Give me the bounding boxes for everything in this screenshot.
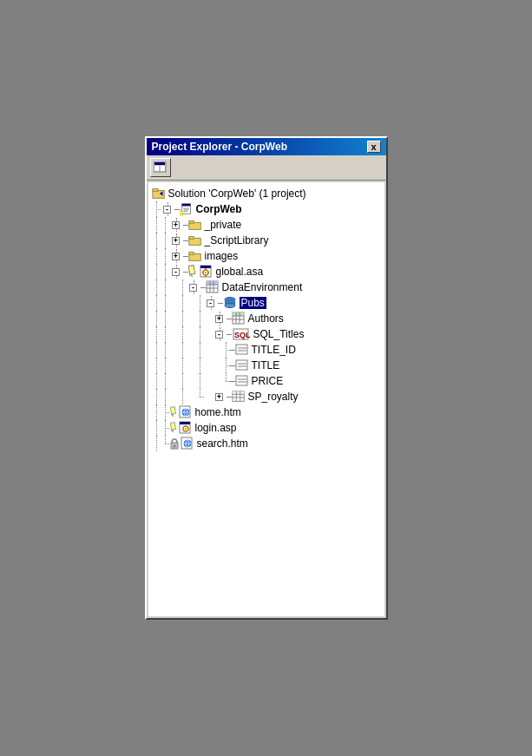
svg-rect-57 [232, 391, 243, 395]
exp-box-authors[interactable]: + [215, 315, 223, 323]
spacer [152, 326, 161, 342]
title-bar: Project Explorer - CorpWeb x [147, 138, 386, 155]
spacer [213, 342, 221, 358]
expander-globalasa[interactable]: - [169, 265, 183, 279]
titleid-row[interactable]: TITLE_ID [152, 342, 381, 358]
spacer [152, 217, 161, 233]
expander-pubs[interactable]: - [204, 296, 218, 310]
exp-box-sqltitles[interactable]: - [215, 331, 223, 339]
expander-sproyalty[interactable]: + [213, 390, 227, 404]
sp-icon [232, 390, 246, 404]
spacer [221, 373, 230, 389]
exp-box-pubs[interactable]: - [207, 299, 214, 307]
expander-project[interactable]: - [161, 202, 174, 216]
spacer [169, 358, 178, 373]
svg-rect-68 [170, 423, 175, 431]
svg-rect-50 [236, 360, 247, 370]
expander-sqltitles[interactable]: - [213, 327, 227, 341]
field-price-icon [235, 374, 249, 388]
spacer [213, 373, 221, 389]
loginasp-row[interactable]: login.asp [152, 420, 381, 436]
svg-point-73 [185, 428, 187, 430]
lock-icon [169, 437, 180, 450]
sproyalty-label: SP_royalty [248, 391, 299, 403]
svg-rect-22 [200, 266, 211, 268]
searchhtm-row[interactable]: search.htm [152, 436, 381, 451]
exp-box-images[interactable]: + [172, 253, 180, 260]
database-icon [223, 296, 237, 310]
expander-dataenv[interactable]: - [187, 280, 200, 294]
spacer [195, 311, 204, 326]
spacer [195, 389, 204, 404]
exp-box-sproyalty[interactable]: + [215, 393, 223, 401]
spacer [169, 373, 178, 389]
folder-scriptlib-icon [188, 233, 202, 247]
sqltitles-label: SQL_Titles [253, 328, 305, 340]
spacer [161, 373, 169, 389]
solution-row[interactable]: Solution 'CorpWeb' (1 project) [152, 186, 381, 201]
svg-rect-18 [188, 253, 193, 255]
solution-label: Solution 'CorpWeb' (1 project) [168, 187, 306, 200]
toolbar [147, 155, 386, 181]
project-row[interactable]: - CorpWeb [152, 201, 381, 217]
loginasp-icon [179, 421, 193, 435]
svg-rect-8 [181, 204, 190, 207]
spacer [169, 279, 178, 295]
svg-rect-1 [154, 162, 165, 165]
exp-box-private[interactable]: + [172, 221, 180, 229]
spacer [195, 326, 204, 342]
dataenv-row[interactable]: - DataEnvironment [152, 279, 381, 295]
spacer [187, 389, 195, 404]
spacer [169, 389, 178, 404]
svg-rect-62 [170, 407, 175, 415]
pubs-row[interactable]: - Pubs [152, 295, 381, 311]
title-bar-text: Project Explorer - CorpWeb [152, 141, 287, 153]
svg-rect-53 [236, 376, 247, 385]
expander-private[interactable]: + [169, 218, 183, 232]
spacer [152, 233, 161, 248]
spacer [187, 326, 195, 342]
spacer [152, 373, 161, 389]
expander-scriptlib[interactable]: + [169, 233, 183, 247]
scriptlib-folder-row[interactable]: + _ScriptLibrary [152, 233, 381, 248]
exp-box-globalasa[interactable]: - [172, 268, 180, 276]
globalasa-label: global.asa [216, 266, 264, 278]
images-folder-row[interactable]: + images [152, 248, 381, 264]
sqltitles-row[interactable]: - SQL SQL_Titles [152, 326, 381, 342]
authors-row[interactable]: + Authors [152, 311, 381, 326]
spacer [178, 358, 187, 373]
private-folder-row[interactable]: + _private [152, 217, 381, 233]
exp-box-scriptlib[interactable]: + [172, 237, 180, 245]
globalasa-row[interactable]: - global.a [152, 264, 381, 279]
spacer [178, 326, 187, 342]
spacer [152, 404, 161, 420]
pencil-icon [188, 265, 197, 279]
sproyalty-row[interactable]: + SP_royalty [152, 389, 381, 404]
pencil-homehtm-icon [169, 406, 178, 418]
spacer [152, 358, 161, 373]
folder-images-icon [188, 249, 202, 263]
price-row[interactable]: PRICE [152, 373, 381, 389]
svg-rect-16 [188, 237, 193, 240]
homehtm-icon [179, 405, 193, 419]
toolbar-icon [154, 161, 167, 174]
expander-images[interactable]: + [169, 249, 183, 263]
spacer [169, 342, 178, 358]
spacer [178, 295, 187, 311]
images-label: images [205, 250, 239, 262]
close-button[interactable]: x [367, 141, 381, 153]
svg-rect-27 [202, 272, 204, 273]
field-titleid-icon [235, 343, 249, 357]
exp-box-dataenv[interactable]: - [189, 284, 197, 292]
exp-box-project[interactable]: - [163, 206, 171, 214]
homehtm-row[interactable]: home.htm [152, 404, 381, 420]
expander-authors[interactable]: + [213, 312, 227, 325]
spacer [161, 358, 169, 373]
title-row[interactable]: TITLE [152, 358, 381, 373]
toolbar-button[interactable] [150, 158, 171, 177]
spacer [152, 436, 161, 451]
spacer [161, 342, 169, 358]
svg-rect-19 [188, 266, 195, 275]
title-label: TITLE [252, 359, 280, 371]
project-explorer-window: Project Explorer - CorpWeb x [145, 136, 388, 620]
